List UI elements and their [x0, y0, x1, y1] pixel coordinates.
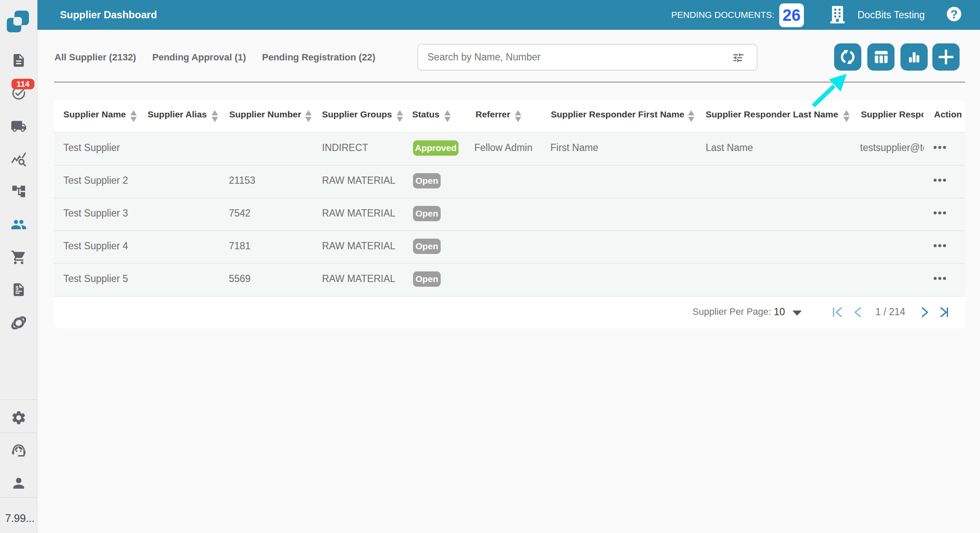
svg-text:$: $ — [16, 285, 19, 291]
